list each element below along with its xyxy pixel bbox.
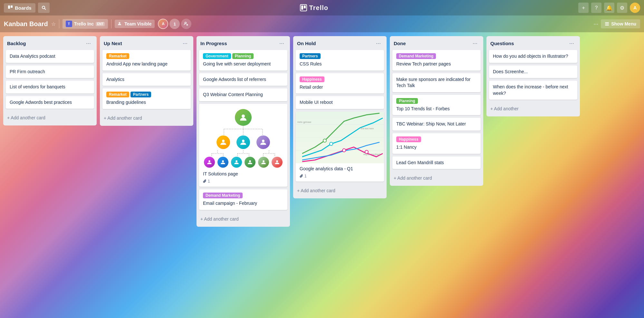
list-menu-upnext[interactable]: ··· (181, 39, 189, 47)
svg-point-2 (42, 6, 45, 9)
card-p3[interactable]: Q3 Webinar Content Planning (199, 88, 287, 101)
divider-1 (59, 19, 59, 28)
trello-logo-text: Trello (309, 4, 328, 12)
card-labels-p5: Demand Marketing (203, 193, 284, 198)
board-header: Kanban Board ☆ T Trello Inc ENT Team Vis… (0, 15, 644, 32)
card-p4[interactable]: IT Solutions page 1 (199, 104, 287, 187)
card-b1[interactable]: Data Analytics podcast (6, 50, 94, 63)
card-o4[interactable]: Hello gphrase Test text here Allyson fee… (296, 112, 384, 182)
card-u1[interactable]: Remarket Android App new landing page (102, 50, 191, 71)
card-d4[interactable]: TBC Webinar: Ship Now, Not Later (392, 118, 481, 131)
card-p1[interactable]: Government Planning Going live with serv… (199, 50, 287, 71)
list-cards-onhold: Partners CSS Rules Happiness Retail orde… (293, 50, 387, 184)
team-visibility-button[interactable]: Team Visible (115, 20, 155, 28)
settings-button[interactable]: ⚙ (617, 3, 627, 13)
svg-text:Test text here: Test text here (360, 127, 374, 130)
org-bot-4 (245, 157, 255, 168)
card-b4[interactable]: Google Adwords best practices (6, 96, 94, 109)
card-title-p5: Email campaign - February (203, 201, 257, 206)
list-upnext: Up Next ··· Remarket Android App new lan… (100, 36, 193, 126)
card-u3[interactable]: Remarket Partners Branding guidelines (102, 88, 191, 109)
card-labels-p1: Government Planning (203, 53, 284, 59)
list-menu-done[interactable]: ··· (471, 39, 479, 47)
show-menu-button[interactable]: Show Menu (601, 19, 640, 28)
notifications-button[interactable]: 🔔 (604, 3, 614, 13)
topbar: Boards Trello ＋ ？ 🔔 ⚙ A (0, 0, 644, 15)
svg-point-45 (330, 142, 333, 145)
list-header-upnext: Up Next ··· (100, 36, 193, 50)
search-button[interactable] (38, 3, 50, 13)
card-o1[interactable]: Partners CSS Rules (296, 50, 384, 71)
workspace-button[interactable]: T Trello Inc ENT (62, 19, 108, 29)
info-button[interactable]: ？ (591, 3, 601, 13)
card-d5[interactable]: Happiness 1:1 Nancy (392, 133, 481, 154)
card-title-d6: Lead Gen Mandrill stats (396, 160, 444, 165)
card-o3[interactable]: Mobile UI reboot (296, 96, 384, 109)
card-p5[interactable]: Demand Marketing Email campaign - Februa… (199, 189, 287, 210)
add-card-upnext[interactable]: + Add another card (100, 113, 193, 123)
list-title-inprogress: In Progress (200, 41, 227, 46)
svg-point-14 (242, 114, 245, 118)
card-q3[interactable]: When does the increase - before next wee… (489, 81, 577, 100)
label-planning-d3: Planning (396, 98, 418, 104)
add-card-backlog[interactable]: + Add another card (3, 113, 97, 123)
svg-rect-12 (605, 24, 609, 24)
svg-point-35 (208, 160, 210, 162)
add-card-inprogress[interactable]: + Add another card (197, 214, 290, 224)
card-d6[interactable]: Lead Gen Mandrill stats (392, 156, 481, 169)
card-o2[interactable]: Happiness Retail order (296, 73, 384, 94)
user-avatar[interactable]: A (630, 3, 640, 13)
card-title-q1: How do you add objects in Illustrator? (493, 54, 568, 59)
team-name: Team Visible (124, 21, 151, 26)
card-d1[interactable]: Demand Marketing Review Tech partner pag… (392, 50, 481, 71)
list-title-upnext: Up Next (104, 41, 122, 46)
card-labels-d3: Planning (396, 98, 477, 104)
list-header-backlog: Backlog ··· (3, 36, 97, 50)
add-card-questions[interactable]: + Add another (486, 104, 580, 114)
label-government: Government (203, 53, 231, 59)
add-card-done[interactable]: + Add another card (390, 173, 483, 183)
svg-rect-11 (605, 22, 609, 23)
card-b3[interactable]: List of vendors for banquets (6, 81, 94, 94)
add-member-button[interactable] (181, 19, 191, 29)
card-title-o1: CSS Rules (300, 61, 322, 66)
org-mid-3 (256, 135, 270, 149)
card-b2[interactable]: PR Firm outreach (6, 65, 94, 78)
label-demand-d1: Demand Marketing (396, 53, 436, 59)
board-title: Kanban Board (4, 20, 48, 28)
card-title-b3: List of vendors for banquets (10, 84, 65, 89)
boards-button[interactable]: Boards (4, 3, 35, 13)
svg-rect-5 (301, 5, 303, 10)
org-bot-1 (204, 157, 215, 168)
add-card-onhold[interactable]: + Add another card (293, 185, 387, 196)
list-title-onhold: On Hold (297, 41, 316, 46)
card-title-u1: Android App new landing page (106, 61, 168, 66)
card-q1[interactable]: How do you add objects in Illustrator? (489, 50, 577, 63)
list-header-questions: Questions ··· (486, 36, 580, 50)
card-u2[interactable]: Analytics (102, 73, 191, 86)
list-menu-questions[interactable]: ··· (567, 39, 576, 47)
list-menu-inprogress[interactable]: ··· (277, 39, 286, 47)
card-title-u3: Branding guidelines (106, 100, 146, 105)
more-options[interactable]: ··· (593, 21, 598, 27)
star-button[interactable]: ☆ (51, 21, 56, 27)
team-icon (118, 22, 122, 26)
list-header-done: Done ··· (390, 36, 483, 50)
list-menu-onhold[interactable]: ··· (374, 39, 383, 47)
divider-2 (111, 19, 111, 28)
card-title-u2: Analytics (106, 77, 124, 82)
analytics-chart: Hello gphrase Test text here Allyson fee… (296, 112, 384, 163)
card-p2[interactable]: Google Adwords list of referrers (199, 73, 287, 86)
card-d2[interactable]: Make sure sponsors are indicated for Tec… (392, 73, 481, 92)
list-menu-backlog[interactable]: ··· (84, 39, 93, 47)
card-labels-o1: Partners (300, 53, 380, 59)
org-bot-5 (258, 157, 269, 168)
label-happiness-d5: Happiness (396, 136, 421, 142)
card-d3[interactable]: Planning Top 10 Trends list - Forbes (392, 95, 481, 115)
add-button[interactable]: ＋ (578, 3, 589, 13)
search-icon (41, 5, 46, 10)
card-title-p1: Going live with server deployment (203, 61, 271, 66)
svg-point-46 (342, 149, 346, 152)
card-q2[interactable]: Does Screenhe... (489, 65, 577, 78)
member-avatar-1[interactable]: A (158, 19, 168, 29)
